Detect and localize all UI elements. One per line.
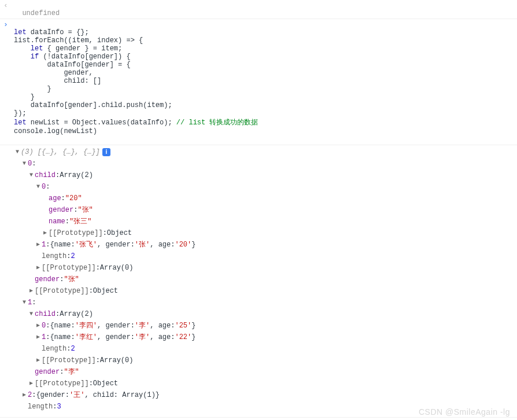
prop-gender-outer[interactable]: gender: "张" <box>14 274 517 285</box>
console-log-output: (3) [{…}, {…}, {…}] i 0: child: Array(2)… <box>0 145 517 418</box>
child-item-1[interactable]: 1: {name: '李红', gender: '李', age: '22'} <box>14 331 517 343</box>
prop-name[interactable]: name: "张三" <box>14 216 517 227</box>
undefined-text: undefined <box>22 9 60 17</box>
array-summary: (3) [{…}, {…}, {…}] <box>21 146 100 158</box>
expand-icon[interactable] <box>42 227 49 239</box>
array-item-1[interactable]: 1: <box>14 297 517 308</box>
expand-icon[interactable] <box>35 239 42 250</box>
prop-gender-outer[interactable]: gender: "李" <box>14 366 517 378</box>
expand-icon[interactable] <box>21 389 28 401</box>
expand-icon[interactable] <box>35 181 42 193</box>
console-input-code[interactable]: let dataInfo = {}; list.forEach((item, i… <box>0 19 517 145</box>
index-label: 1 <box>28 297 32 308</box>
expand-icon[interactable] <box>35 331 42 343</box>
child-item-0[interactable]: 0: {name: '李四', gender: '李', age: '25'} <box>14 320 517 331</box>
child-property[interactable]: child: Array(2) <box>14 170 517 181</box>
expand-icon[interactable] <box>14 146 21 158</box>
prototype-row[interactable]: [[Prototype]]: Array(0) <box>14 355 517 366</box>
child-item-1[interactable]: 1: {name: '张飞', gender: '张', age: '20'} <box>14 239 517 250</box>
info-icon[interactable]: i <box>102 148 110 156</box>
prototype-row[interactable]: [[Prototype]]: Object <box>14 285 517 297</box>
expand-icon[interactable] <box>21 297 28 308</box>
array-item-0[interactable]: 0: <box>14 158 517 170</box>
prototype-row[interactable]: [[Prototype]]: Object <box>14 227 517 239</box>
length-row[interactable]: length: 2 <box>14 343 517 355</box>
code-block: let dataInfo = {}; list.forEach((item, i… <box>14 28 517 135</box>
expand-icon[interactable] <box>28 308 35 320</box>
expand-icon[interactable] <box>28 170 35 181</box>
expand-icon[interactable] <box>35 262 42 274</box>
console-output-undefined: undefined <box>0 0 517 19</box>
length-row[interactable]: length: 2 <box>14 250 517 262</box>
prop-age[interactable]: age: "20" <box>14 193 517 204</box>
expand-icon[interactable] <box>21 158 28 170</box>
prototype-row[interactable]: [[Prototype]]: Object <box>14 378 517 389</box>
expand-icon[interactable] <box>35 355 42 366</box>
index-label: 0 <box>28 158 32 170</box>
expand-icon[interactable] <box>35 320 42 331</box>
expand-icon[interactable] <box>28 285 35 297</box>
expand-icon[interactable] <box>28 378 35 389</box>
prop-gender[interactable]: gender: "张" <box>14 204 517 216</box>
watermark: CSDN @SmileAgain -lg <box>419 407 510 417</box>
array-summary-row[interactable]: (3) [{…}, {…}, {…}] i <box>14 146 517 158</box>
array-item-2[interactable]: 2: {gender: '王', child: Array(1)} <box>14 389 517 401</box>
prototype-row[interactable]: [[Prototype]]: Array(0) <box>14 262 517 274</box>
child-property[interactable]: child: Array(2) <box>14 308 517 320</box>
child-item-0[interactable]: 0: <box>14 181 517 193</box>
